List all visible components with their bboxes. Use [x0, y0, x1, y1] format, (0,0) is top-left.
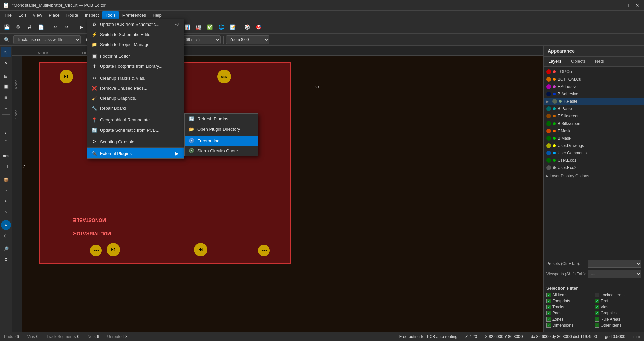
sf-footprints[interactable]: Footprints	[546, 299, 592, 303]
plugins-refresh[interactable]: 🔄 Refresh Plugins	[185, 114, 258, 124]
layer-item-userdrawings[interactable]: User.Drawings	[544, 142, 644, 149]
add-text-tool[interactable]: T	[1, 116, 11, 126]
layer-item-fadhesive[interactable]: F.Adhesive	[544, 83, 644, 90]
sf-pads[interactable]: Pads	[546, 311, 592, 315]
tools-external-plugins[interactable]: 🔌 External Plugins ▶	[87, 148, 184, 158]
zoom-select[interactable]: Zoom 8.00	[226, 35, 269, 44]
3d-button[interactable]: 🎲	[242, 21, 252, 32]
3d2-button[interactable]: 🎯	[253, 21, 264, 32]
layer-item-usercomments[interactable]: User.Comments	[544, 149, 644, 157]
tools-footprint-editor[interactable]: 🔲 Footprint Editor	[87, 51, 184, 61]
sf-checkbox-rule-areas[interactable]	[595, 317, 599, 322]
sf-checkbox-all[interactable]	[546, 293, 551, 297]
add-arc-tool[interactable]: ⌒	[1, 138, 11, 148]
menu-inspect[interactable]: Inspect	[82, 11, 102, 19]
menu-route[interactable]: Route	[63, 11, 82, 19]
print-button[interactable]: 🖨	[24, 21, 35, 32]
tools-switch-schematic[interactable]: ⚡ Switch to Schematic Editor	[87, 29, 184, 39]
test-tool[interactable]: ⚙	[1, 254, 11, 264]
netinspect-button[interactable]: 🌐	[216, 21, 227, 32]
redo-button[interactable]: ↪	[61, 21, 72, 32]
plugins-open-dir[interactable]: 📂 Open Plugin Directory	[185, 124, 258, 134]
sf-all-items[interactable]: All items	[546, 293, 592, 297]
title-bar-controls[interactable]: — □ ✕	[612, 2, 641, 9]
inspect-net-tool[interactable]: ⊞	[1, 71, 11, 81]
menu-view[interactable]: View	[29, 11, 45, 19]
drc-tool[interactable]: 🔎	[1, 244, 11, 254]
sf-checkbox-tracks[interactable]	[546, 305, 551, 309]
fabrication-button[interactable]: 🏭	[193, 21, 204, 32]
save-button[interactable]: 💾	[1, 21, 12, 32]
sf-graphics[interactable]: Graphics	[595, 311, 640, 315]
sf-tracks[interactable]: Tracks	[546, 305, 592, 309]
tools-remove-pads[interactable]: ❌ Remove Unused Pads...	[87, 83, 184, 93]
tab-layers[interactable]: Layers	[544, 57, 566, 66]
tools-repair-board[interactable]: 🔧 Repair Board	[87, 103, 184, 113]
layer-item-bsilkscreen[interactable]: B.Silkscreen	[544, 120, 644, 127]
menu-place[interactable]: Place	[45, 11, 63, 19]
net-highlight-tool[interactable]: ✕	[1, 58, 11, 68]
tune-tool[interactable]: ∿	[1, 207, 11, 217]
undo-button[interactable]: ↩	[50, 21, 61, 32]
layer-item-bottomcu[interactable]: BOTTOM.Cu	[544, 76, 644, 83]
layer-item-bmask[interactable]: B.Mask	[544, 135, 644, 142]
sf-checkbox-footprints[interactable]	[546, 299, 551, 303]
menu-file[interactable]: File	[1, 11, 15, 19]
menu-help[interactable]: Help	[149, 11, 165, 19]
sf-other-items[interactable]: Other items	[595, 323, 640, 328]
sf-checkbox-dimensions[interactable]	[546, 323, 551, 328]
layer-item-usereco1[interactable]: User.Eco1	[544, 157, 644, 164]
sf-checkbox-vias[interactable]	[595, 305, 599, 309]
layer-item-fpaste[interactable]: ▶ F.Paste	[544, 98, 644, 105]
layer-item-topcu[interactable]: TOP.Cu	[544, 68, 644, 76]
close-button[interactable]: ✕	[633, 2, 641, 9]
menu-tools[interactable]: Tools	[102, 11, 119, 19]
sf-rule-areas[interactable]: Rule Areas	[595, 317, 640, 322]
tools-geo-reannotate[interactable]: 📍 Geographical Reannotate...	[87, 115, 184, 125]
ruler-tool[interactable]: mil	[1, 161, 11, 172]
layer-item-badhesive[interactable]: B.Adhesive	[544, 90, 644, 98]
sf-checkbox-zones[interactable]	[546, 317, 551, 322]
layer-item-usereco2[interactable]: User.Eco2	[544, 164, 644, 172]
sf-zones[interactable]: Zones	[546, 317, 592, 322]
menu-preferences[interactable]: Preferences	[119, 11, 149, 19]
layer-display-options[interactable]: ▶ Layer Display Options	[544, 173, 644, 179]
tools-cleanup-tracks[interactable]: ✂ Cleanup Tracks & Vias...	[87, 73, 184, 83]
sf-dimensions[interactable]: Dimensions	[546, 323, 592, 328]
add-footprint-tool[interactable]: 📦	[1, 175, 11, 185]
sf-checkbox-locked[interactable]	[595, 293, 599, 297]
route-diff-pair-tool[interactable]: ≈	[1, 196, 11, 206]
tools-cleanup-graphics[interactable]: 🧹 Cleanup Graphics...	[87, 93, 184, 103]
print2-button[interactable]: 📄	[36, 21, 46, 32]
measure-tool[interactable]: ↔	[1, 103, 11, 113]
viewports-select[interactable]: ---	[588, 270, 641, 278]
inspector-tool[interactable]: ⊙	[1, 231, 11, 241]
track-width-select[interactable]: Track: use netclass width	[13, 35, 81, 44]
sf-locked-items[interactable]: Locked items	[595, 293, 640, 297]
menu-edit[interactable]: Edit	[15, 11, 29, 19]
tab-objects[interactable]: Objects	[566, 57, 590, 66]
scripting-button[interactable]: 📝	[227, 21, 238, 32]
maximize-button[interactable]: □	[624, 2, 631, 9]
tab-nets[interactable]: Nets	[590, 57, 609, 66]
tools-update-schematic[interactable]: 🔄 Update Schematic from PCB...	[87, 125, 184, 135]
refresh-button[interactable]: ♻	[13, 21, 23, 32]
check-button[interactable]: ✅	[204, 21, 215, 32]
tools-scripting-console[interactable]: > Scripting Console	[87, 137, 184, 147]
layer-item-bpaste[interactable]: B.Paste	[544, 105, 644, 112]
inspect2-tool[interactable]: 🔲	[1, 82, 11, 92]
plugins-freerouting[interactable]: F Freerouting	[185, 136, 258, 146]
minimize-button[interactable]: —	[612, 2, 621, 9]
plugins-sierra[interactable]: S Sierra Circuits Quote	[185, 146, 258, 156]
layer-item-fsilkscreen[interactable]: F.Silkscreen	[544, 112, 644, 120]
presets-select[interactable]: ---	[588, 260, 641, 268]
tools-switch-project[interactable]: 📁 Switch to Project Manager	[87, 39, 184, 49]
sf-checkbox-text[interactable]	[595, 299, 599, 303]
sf-checkbox-pads[interactable]	[546, 311, 551, 315]
sf-checkbox-graphics[interactable]	[595, 311, 599, 315]
zoom-button[interactable]: 🔍	[1, 34, 12, 45]
highlight-tool[interactable]: ●	[1, 220, 11, 230]
tools-update-footprints[interactable]: ⬆ Update Footprints from Library...	[87, 61, 184, 71]
sf-text[interactable]: Text	[595, 299, 640, 303]
layer-item-fmask[interactable]: F.Mask	[544, 127, 644, 135]
